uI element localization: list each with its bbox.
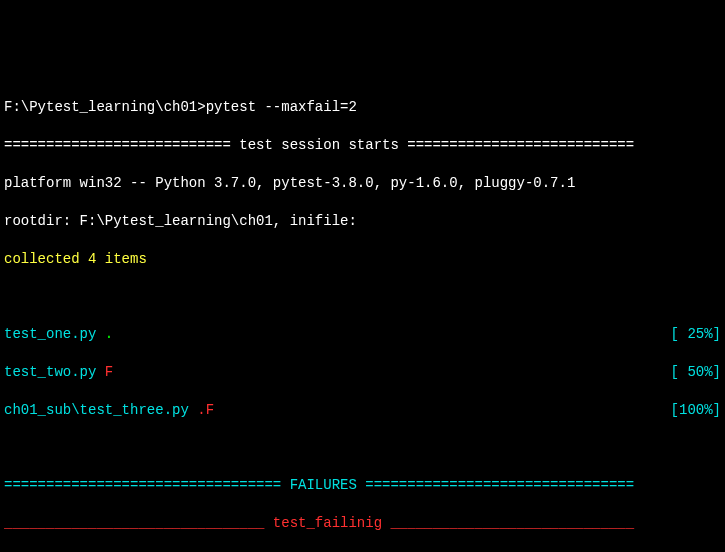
- result-row: test_one.py .[ 25%]: [4, 325, 721, 344]
- prompt-line[interactable]: F:\Pytest_learning\ch01>pytest --maxfail…: [4, 98, 721, 117]
- blank-line: [4, 287, 721, 306]
- result-file: ch01_sub\test_three.py: [4, 402, 189, 418]
- failures-rule: ================================= FAILUR…: [4, 476, 721, 495]
- failure-title: _______________________________ test_fai…: [4, 514, 721, 533]
- result-pct: [ 50%]: [671, 363, 721, 382]
- result-row: test_two.py F[ 50%]: [4, 363, 721, 382]
- result-pct: [100%]: [671, 401, 721, 420]
- session-start-rule: =========================== test session…: [4, 136, 721, 155]
- blank-line: [4, 438, 721, 457]
- prompt-path: F:\Pytest_learning\ch01>: [4, 99, 206, 115]
- result-marks: .F: [189, 402, 214, 418]
- result-row: ch01_sub\test_three.py .F[100%]: [4, 401, 721, 420]
- result-pct: [ 25%]: [671, 325, 721, 344]
- terminal-output: F:\Pytest_learning\ch01>pytest --maxfail…: [4, 80, 721, 552]
- rootdir-line: rootdir: F:\Pytest_learning\ch01, inifil…: [4, 212, 721, 231]
- command-text: pytest --maxfail=2: [206, 99, 357, 115]
- result-file: test_one.py: [4, 326, 96, 342]
- result-file: test_two.py: [4, 364, 96, 380]
- platform-line: platform win32 -- Python 3.7.0, pytest-3…: [4, 174, 721, 193]
- result-marks: F: [96, 364, 113, 380]
- collected-line: collected 4 items: [4, 250, 721, 269]
- result-marks: .: [96, 326, 113, 342]
